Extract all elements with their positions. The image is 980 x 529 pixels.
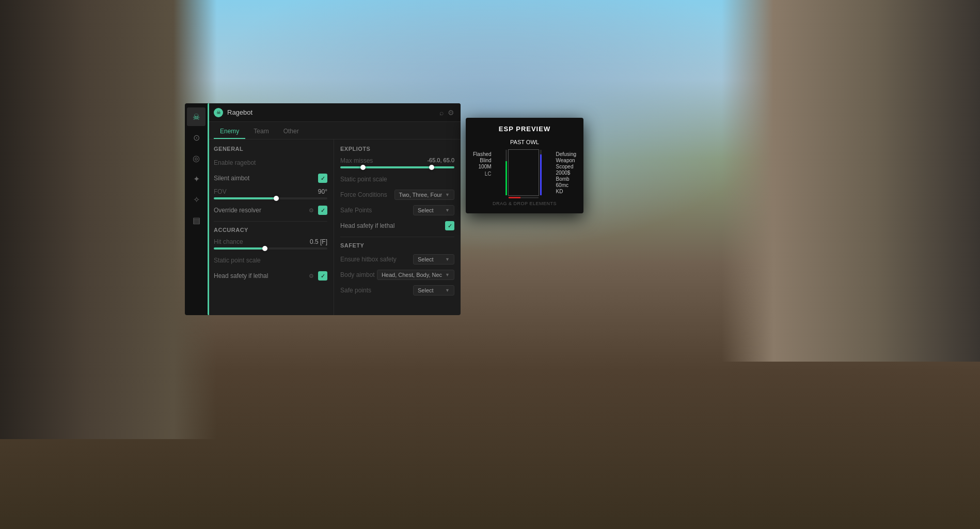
head-safety-label: Head safety if lethal [214, 272, 268, 279]
max-misses-header: Max misses -65.0, 65.0 [340, 157, 454, 164]
override-resolver-gear-icon[interactable]: ⚙ [309, 207, 314, 214]
esp-box-area [495, 149, 553, 196]
force-conditions-dropdown[interactable]: Two, Three, Four ▼ [394, 190, 454, 200]
safe-points-2-value: Select [418, 287, 434, 293]
sidebar-item-folder[interactable]: ▤ [187, 211, 206, 229]
safe-points-dropdown[interactable]: Select ▼ [413, 205, 454, 215]
body-aimbot-chevron: ▼ [445, 272, 450, 277]
ensure-hitbox-value: Select [418, 256, 434, 262]
force-conditions-chevron: ▼ [445, 192, 450, 197]
max-misses-thumb-left[interactable] [360, 165, 366, 170]
head-safety-right-label: Head safety if lethal [340, 222, 394, 229]
force-conditions-label: Force Conditions [340, 191, 387, 198]
fov-track[interactable] [214, 197, 327, 199]
safe-points-2-label: Safe points [340, 287, 371, 294]
sidebar-item-skull[interactable]: ☠ [187, 107, 206, 126]
fov-slider-header: FOV 90° [214, 188, 327, 195]
ensure-hitbox-chevron: ▼ [445, 257, 450, 262]
esp-label-100m: 100M [473, 164, 492, 169]
safe-points-2-chevron: ▼ [445, 288, 450, 293]
body-aimbot-dropdown[interactable]: Head, Chest, Body, Nec ▼ [377, 270, 454, 280]
safe-points-value: Select [418, 207, 434, 213]
enable-ragebot-label: Enable ragebot [214, 159, 256, 166]
override-resolver-label: Override resolver [214, 207, 261, 214]
esp-label-defusing: Defusing [556, 151, 576, 157]
hit-chance-thumb[interactable] [262, 246, 267, 251]
safe-points-row: Safe Points Select ▼ [340, 205, 454, 216]
hit-chance-value: 0.5 [F] [310, 238, 327, 245]
fov-thumb[interactable] [274, 196, 279, 201]
divider-1 [214, 221, 327, 222]
hit-chance-label: Hit chance [214, 238, 243, 245]
head-safety-gear-icon[interactable]: ⚙ [309, 273, 314, 279]
head-safety-row: Head safety if lethal ⚙ ✓ [214, 270, 327, 282]
body-aimbot-row: Body aimbot Head, Chest, Body, Nec ▼ [340, 269, 454, 281]
active-indicator [208, 103, 209, 315]
tab-other[interactable]: Other [277, 125, 305, 139]
esp-ammo-bar [509, 197, 539, 198]
esp-label-bomb: Bomb [556, 176, 576, 182]
esp-content: Flashed Blind 100M LC [473, 149, 576, 196]
right-column: EXPLIOTS Max misses -65.0, 65.0 Static p… [334, 139, 461, 315]
section-exploits-header: EXPLIOTS [340, 146, 454, 152]
esp-right-labels: Defusing Weapon Scoped 2000$ Bomb 60mc K… [556, 149, 576, 194]
body-aimbot-value: Head, Chest, Body, Nec [382, 272, 442, 278]
ensure-hitbox-dropdown[interactable]: Select ▼ [413, 254, 454, 264]
force-conditions-row: Force Conditions Two, Three, Four ▼ [340, 189, 454, 200]
building-right [722, 0, 980, 362]
ensure-hitbox-row: Ensure hitbox safety Select ▼ [340, 254, 454, 265]
esp-label-scoped: Scoped [556, 164, 576, 169]
exploits-static-point-label: Static point scale [340, 176, 387, 183]
body-aimbot-label: Body aimbot [340, 271, 375, 278]
max-misses-track[interactable] [340, 166, 454, 168]
silent-aimbot-checkbox[interactable]: ✓ [318, 174, 327, 183]
hit-chance-header: Hit chance 0.5 [F] [214, 238, 327, 245]
hit-chance-fill [214, 247, 265, 250]
esp-label-lc: LC [473, 171, 492, 177]
esp-label-blind: Blind [473, 158, 492, 163]
fov-slider-container: FOV 90° [214, 188, 327, 199]
esp-armor-bar [540, 150, 542, 195]
search-icon[interactable]: ⌕ [439, 108, 444, 117]
left-column: GENERAL Enable ragebot Silent aimbot ✓ F… [208, 139, 334, 315]
tabs: Enemy Team Other [208, 122, 461, 139]
esp-preview-panel: ESP PREVIEW PAST OWL Flashed Blind 100M … [466, 118, 583, 213]
enable-ragebot-row: Enable ragebot [214, 157, 327, 168]
tab-enemy[interactable]: Enemy [214, 125, 245, 139]
sidebar: ☠ ⊙ ◎ ✦ ✧ ▤ [185, 103, 208, 315]
esp-drag-label: DRAG & DROP ELEMENTS [473, 201, 576, 206]
esp-label-money: 2000$ [556, 170, 576, 176]
settings-icon[interactable]: ⚙ [448, 108, 454, 117]
esp-armor-fill [540, 154, 542, 195]
hit-chance-track[interactable] [214, 247, 327, 250]
max-misses-fill [340, 166, 454, 168]
esp-box[interactable] [508, 149, 539, 196]
esp-label-ammo: 60mc [556, 182, 576, 188]
max-misses-thumb-right[interactable] [429, 165, 434, 170]
sidebar-item-gun[interactable]: ⊙ [187, 128, 206, 147]
fov-value: 90° [318, 188, 327, 195]
app-icon: ☠ [214, 108, 223, 117]
head-safety-right-checkbox[interactable]: ✓ [445, 221, 454, 230]
safe-points-chevron: ▼ [445, 208, 450, 213]
esp-title: ESP PREVIEW [473, 125, 576, 133]
force-conditions-value: Two, Three, Four [399, 192, 442, 198]
sidebar-item-eye[interactable]: ◎ [187, 149, 206, 167]
tab-team[interactable]: Team [247, 125, 275, 139]
building-left [0, 0, 217, 439]
sidebar-item-settings[interactable]: ✦ [187, 169, 206, 188]
head-safety-right-row: Head safety if lethal ✓ [340, 220, 454, 231]
head-safety-checkbox[interactable]: ✓ [318, 271, 327, 281]
silent-aimbot-label: Silent aimbot [214, 175, 249, 182]
static-point-row: Static point scale [214, 255, 327, 266]
esp-ammo-fill [509, 197, 520, 198]
sidebar-item-config[interactable]: ✧ [187, 190, 206, 209]
max-misses-container: Max misses -65.0, 65.0 [340, 157, 454, 168]
override-resolver-checkbox[interactable]: ✓ [318, 206, 327, 215]
esp-label-flashed: Flashed [473, 151, 492, 157]
safe-points-2-dropdown[interactable]: Select ▼ [413, 285, 454, 295]
silent-aimbot-row: Silent aimbot ✓ [214, 173, 327, 184]
hit-chance-slider-container: Hit chance 0.5 [F] [214, 238, 327, 250]
esp-player-name: PAST OWL [473, 139, 576, 145]
section-general-header: GENERAL [214, 146, 327, 152]
